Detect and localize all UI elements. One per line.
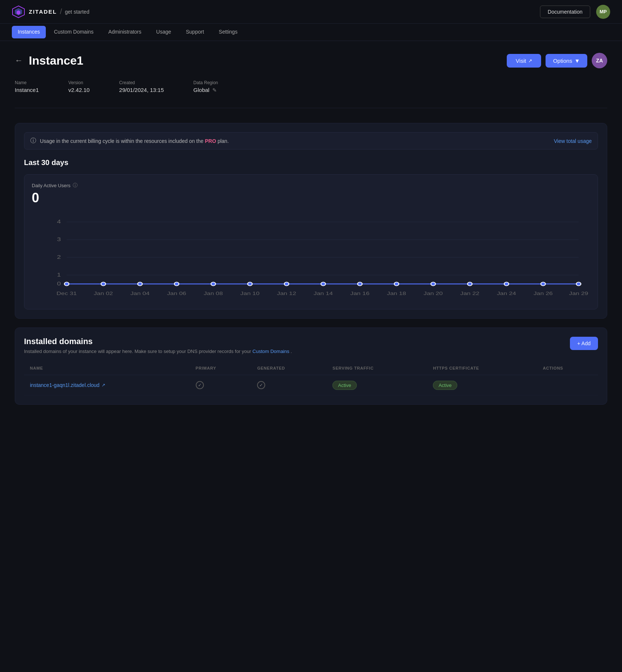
table-row: instance1-gaqn1l.zitadel.cloud ↗ ✓ ✓ Act…	[24, 375, 598, 395]
top-nav: ZITADEL / get started Documentation MP	[0, 0, 622, 24]
edit-region-icon[interactable]: ✎	[212, 87, 217, 93]
meta-name: Name Instance1	[15, 80, 39, 93]
meta-region: Data Region Global ✎	[194, 80, 218, 93]
external-link-icon: ↗	[528, 58, 532, 64]
tab-usage[interactable]: Usage	[150, 24, 178, 41]
page-content: ← Instance1 Visit ↗ Options ▼ ZA Name In…	[0, 41, 622, 425]
tab-support[interactable]: Support	[179, 24, 211, 41]
options-button[interactable]: Options ▼	[546, 54, 587, 68]
generated-check: ✓	[257, 381, 265, 389]
usage-card: ⓘ Usage in the current billing cycle is …	[15, 123, 607, 319]
custom-domains-link[interactable]: Custom Domains	[253, 349, 290, 354]
instance-avatar-za[interactable]: ZA	[592, 53, 607, 68]
instance-meta: Name Instance1 Version v2.42.10 Created …	[15, 80, 607, 108]
chart-info-icon: ⓘ	[73, 182, 78, 189]
svg-text:Jan 08: Jan 08	[204, 291, 223, 296]
svg-text:3: 3	[57, 236, 61, 242]
documentation-button[interactable]: Documentation	[540, 6, 590, 18]
svg-point-22	[394, 282, 399, 286]
breadcrumb-item: get started	[65, 9, 89, 15]
meta-version: Version v2.42.10	[68, 80, 90, 93]
col-https-certificate: HTTPS CERTIFICATE	[427, 361, 537, 375]
logo-text: ZITADEL	[29, 8, 57, 15]
svg-point-27	[576, 282, 581, 286]
svg-point-24	[468, 282, 472, 286]
svg-text:Jan 10: Jan 10	[240, 291, 260, 296]
logo-area: ZITADEL	[12, 5, 57, 18]
svg-text:Jan 04: Jan 04	[130, 291, 150, 296]
last-30-days-title: Last 30 days	[24, 158, 598, 167]
svg-text:Jan 22: Jan 22	[460, 291, 479, 296]
svg-text:Jan 20: Jan 20	[424, 291, 443, 296]
col-generated: GENERATED	[251, 361, 327, 375]
svg-text:Jan 06: Jan 06	[167, 291, 186, 296]
view-total-usage-link[interactable]: View total usage	[554, 138, 592, 144]
svg-text:Jan 16: Jan 16	[350, 291, 369, 296]
back-button[interactable]: ←	[15, 56, 23, 65]
actions-cell	[537, 375, 598, 395]
svg-text:Jan 18: Jan 18	[387, 291, 406, 296]
serving-traffic-badge: Active	[332, 381, 356, 390]
tab-settings[interactable]: Settings	[212, 24, 244, 41]
external-link-icon: ↗	[102, 383, 105, 388]
meta-created: Created 29/01/2024, 13:15	[119, 80, 164, 93]
chevron-down-icon: ▼	[574, 58, 580, 64]
svg-point-15	[138, 282, 143, 286]
primary-check: ✓	[196, 381, 204, 389]
pro-badge: PRO	[205, 138, 216, 144]
domain-link[interactable]: instance1-gaqn1l.zitadel.cloud ↗	[30, 382, 184, 388]
instance-header: ← Instance1 Visit ↗ Options ▼ ZA	[15, 53, 607, 68]
svg-text:2: 2	[57, 254, 61, 260]
svg-text:0: 0	[57, 281, 61, 287]
svg-text:Jan 26: Jan 26	[533, 291, 553, 296]
zitadel-logo	[12, 5, 25, 18]
info-icon: ⓘ	[30, 137, 36, 145]
chart-header: Daily Active Users ⓘ	[32, 182, 590, 189]
domains-title-area: Installed domains Installed domains of y…	[24, 337, 570, 354]
tab-custom-domains[interactable]: Custom Domains	[47, 24, 100, 41]
add-domain-button[interactable]: + Add	[570, 337, 598, 350]
svg-point-21	[358, 282, 362, 286]
tab-instances[interactable]: Instances	[12, 26, 46, 38]
tab-nav: Instances Custom Domains Administrators …	[0, 24, 622, 41]
svg-point-16	[174, 282, 179, 286]
instance-actions: Visit ↗ Options ▼ ZA	[507, 53, 607, 68]
col-serving-traffic: SERVING TRAFFIC	[327, 361, 427, 375]
svg-text:Jan 12: Jan 12	[277, 291, 296, 296]
breadcrumb-separator: /	[60, 7, 62, 16]
col-name: NAME	[24, 361, 190, 375]
chart-container: 4 3 2 1 0	[32, 213, 590, 302]
svg-text:4: 4	[57, 219, 61, 224]
domains-table: NAME PRIMARY GENERATED SERVING TRAFFIC H…	[24, 361, 598, 395]
usage-banner: ⓘ Usage in the current billing cycle is …	[24, 132, 598, 150]
chart-card: Daily Active Users ⓘ 0 4 3 2 1 0	[24, 174, 598, 309]
svg-point-20	[321, 282, 326, 286]
domains-header: Installed domains Installed domains of y…	[24, 337, 598, 354]
svg-text:Jan 14: Jan 14	[314, 291, 333, 296]
instance-title: Instance1	[29, 54, 83, 68]
daily-active-users-label: Daily Active Users	[32, 183, 71, 188]
domains-card: Installed domains Installed domains of y…	[15, 328, 607, 405]
svg-point-17	[211, 282, 216, 286]
chart-total-value: 0	[32, 190, 590, 206]
svg-point-25	[504, 282, 509, 286]
svg-point-19	[284, 282, 289, 286]
https-certificate-badge: Active	[433, 381, 457, 390]
domains-subtitle: Installed domains of your instance will …	[24, 349, 570, 354]
svg-text:Jan 29: Jan 29	[569, 291, 588, 296]
col-primary: PRIMARY	[190, 361, 252, 375]
col-actions: ACTIONS	[537, 361, 598, 375]
svg-point-26	[541, 282, 546, 286]
svg-point-18	[247, 282, 252, 286]
visit-button[interactable]: Visit ↗	[507, 54, 541, 68]
tab-administrators[interactable]: Administrators	[102, 24, 148, 41]
svg-text:1: 1	[57, 272, 61, 278]
domains-title: Installed domains	[24, 337, 570, 346]
svg-text:Jan 24: Jan 24	[497, 291, 516, 296]
svg-text:Dec 31: Dec 31	[57, 291, 77, 296]
user-avatar-mp[interactable]: MP	[596, 5, 610, 19]
svg-text:Jan 02: Jan 02	[94, 291, 113, 296]
svg-point-14	[101, 282, 106, 286]
svg-point-13	[64, 282, 69, 286]
svg-point-23	[431, 282, 435, 286]
